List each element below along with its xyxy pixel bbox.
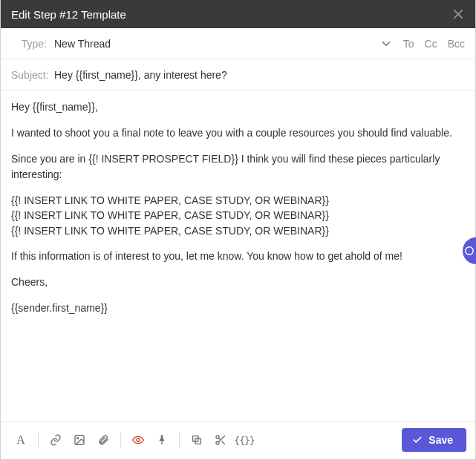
- subject-row: Subject: Hey {{first_name}}, any interes…: [1, 59, 475, 91]
- svg-point-12: [466, 247, 474, 255]
- link-icon[interactable]: [45, 429, 67, 451]
- body-signoff: Cheers,: [11, 275, 465, 290]
- editor-toolbar: A {{}}: [1, 421, 475, 459]
- body-link-placeholder: {{! INSERT LINK TO WHITE PAPER, CASE STU…: [11, 223, 465, 238]
- variables-button[interactable]: {{}}: [233, 429, 255, 451]
- body-para3: If this information is of interest to yo…: [11, 249, 465, 264]
- image-icon[interactable]: [68, 429, 91, 451]
- modal: Edit Step #12 Template Type: New Thread …: [0, 0, 476, 460]
- type-row: Type: New Thread To Cc Bcc: [1, 28, 475, 59]
- type-row-right: To Cc Bcc: [379, 37, 465, 50]
- toolbar-divider: [179, 432, 180, 448]
- toolbar-divider: [120, 432, 121, 448]
- save-button[interactable]: Save: [402, 428, 466, 452]
- pin-icon[interactable]: [151, 429, 173, 451]
- subject-label: Subject:: [11, 69, 54, 81]
- font-style-button[interactable]: A: [10, 429, 32, 451]
- svg-point-4: [137, 438, 140, 441]
- body-signature: {{sender.first_name}}: [11, 300, 465, 316]
- body-para2: Since you are in {{! INSERT PROSPECT FIE…: [11, 151, 465, 183]
- body-link-placeholder: {{! INSERT LINK TO WHITE PAPER, CASE STU…: [11, 208, 465, 223]
- type-value[interactable]: New Thread: [54, 38, 379, 50]
- svg-line-10: [222, 441, 225, 444]
- chevron-down-icon[interactable]: [379, 37, 393, 50]
- save-button-label: Save: [428, 434, 453, 446]
- toolbar-divider: [38, 432, 39, 448]
- to-recipient-toggle[interactable]: To: [403, 38, 414, 50]
- email-body-editor[interactable]: Hey {{first_name}}, I wanted to shoot yo…: [1, 91, 475, 421]
- copy-icon[interactable]: [186, 429, 208, 451]
- body-link-placeholder: {{! INSERT LINK TO WHITE PAPER, CASE STU…: [11, 193, 465, 208]
- scissors-icon[interactable]: [209, 429, 232, 451]
- body-links: {{! INSERT LINK TO WHITE PAPER, CASE STU…: [11, 193, 465, 238]
- type-label: Type:: [11, 38, 54, 50]
- body-para1: I wanted to shoot you a final note to le…: [11, 125, 465, 141]
- bcc-recipient-toggle[interactable]: Bcc: [448, 38, 465, 50]
- subject-input[interactable]: Hey {{first_name}}, any interest here?: [54, 69, 465, 81]
- cc-recipient-toggle[interactable]: Cc: [425, 38, 437, 50]
- close-icon[interactable]: [451, 7, 465, 21]
- preview-icon[interactable]: [127, 429, 149, 451]
- body-greeting: Hey {{first_name}},: [11, 99, 465, 115]
- attachment-icon[interactable]: [92, 429, 114, 451]
- toolbar-left: A {{}}: [10, 429, 255, 451]
- svg-point-3: [77, 438, 79, 439]
- titlebar: Edit Step #12 Template: [1, 0, 475, 28]
- svg-line-11: [218, 438, 221, 440]
- modal-title: Edit Step #12 Template: [11, 8, 126, 21]
- check-icon: [412, 435, 423, 445]
